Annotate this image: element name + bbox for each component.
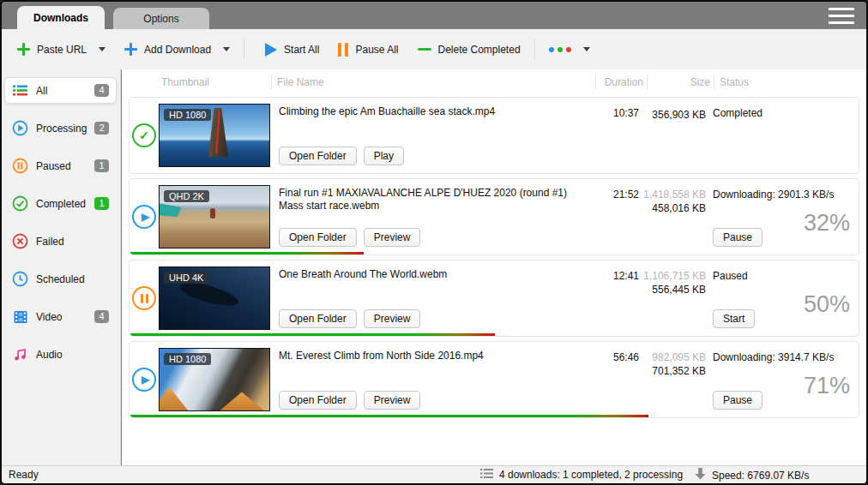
- download-arrow-icon: [695, 468, 706, 482]
- size-total: 1,418,558 KB: [639, 189, 706, 201]
- sidebar-item-video[interactable]: Video 4: [4, 303, 117, 330]
- sidebar-item-scheduled[interactable]: Scheduled: [4, 266, 117, 292]
- open-folder-button[interactable]: Open Folder: [279, 391, 357, 410]
- duration: 10:37: [588, 98, 639, 173]
- toolbar-separator: [244, 39, 244, 60]
- clock-icon: [12, 271, 28, 287]
- quality-badge: QHD 2K: [164, 190, 209, 202]
- start-all-label: Start All: [284, 44, 319, 56]
- open-folder-button[interactable]: Open Folder: [279, 147, 357, 165]
- tab-options[interactable]: Options: [113, 8, 209, 29]
- pause-button[interactable]: Pause: [713, 391, 763, 410]
- pause-all-button[interactable]: Pause All: [335, 38, 401, 62]
- preview-button[interactable]: Preview: [364, 309, 421, 328]
- count-badge: 4: [94, 310, 109, 323]
- toolbar-separator: [534, 39, 535, 60]
- tab-bar: Downloads Options: [17, 6, 209, 29]
- chevron-down-icon[interactable]: [223, 47, 230, 51]
- size-total: 1,106,715 KB: [639, 270, 706, 282]
- sidebar-item-label: Failed: [36, 236, 64, 248]
- size-downloaded: 701,352 KB: [639, 365, 706, 377]
- downloads-summary-icon: [480, 468, 493, 482]
- duration: 56:46: [588, 342, 639, 417]
- progress-bar: [130, 252, 364, 254]
- status-text: Downloading: 2901.3 KB/s: [713, 189, 834, 201]
- sidebar-item-label: Scheduled: [36, 273, 85, 285]
- sidebar-item-audio[interactable]: Audio: [4, 341, 117, 368]
- sidebar-item-label: Video: [36, 311, 62, 323]
- hamburger-menu-icon[interactable]: [829, 8, 854, 24]
- progress-percent: 71%: [804, 373, 850, 399]
- green-dash-icon: [418, 48, 431, 51]
- file-name: Mt. Everest Climb from North Side 2016.m…: [279, 350, 584, 362]
- sidebar-item-processing[interactable]: Processing 2: [4, 115, 117, 141]
- chevron-down-icon[interactable]: [583, 47, 590, 51]
- film-icon: [12, 308, 28, 325]
- open-folder-button[interactable]: Open Folder: [279, 309, 357, 328]
- list-icon: [12, 82, 28, 99]
- status-text: Paused: [713, 270, 748, 282]
- pause-all-label: Pause All: [355, 44, 398, 56]
- video-thumbnail[interactable]: QHD 2K: [159, 185, 270, 248]
- check-circle-icon: [12, 195, 28, 212]
- chevron-down-icon[interactable]: [99, 47, 105, 51]
- paste-url-button[interactable]: Paste URL: [14, 38, 109, 61]
- sidebar-item-failed[interactable]: Failed: [4, 228, 117, 254]
- size-total: 982,095 KB: [639, 351, 706, 363]
- play-button[interactable]: Play: [364, 147, 404, 165]
- sidebar-item-label: Completed: [36, 198, 86, 210]
- table-header: Thumbnail File Name Duration Size Status: [122, 69, 866, 95]
- video-thumbnail[interactable]: UHD 4K: [159, 266, 270, 330]
- size-value: 356,903 KB: [639, 109, 706, 121]
- count-badge: 1: [94, 197, 109, 210]
- count-badge: 1: [94, 159, 109, 172]
- preview-button[interactable]: Preview: [364, 228, 421, 247]
- count-badge: 4: [94, 84, 109, 97]
- preview-button[interactable]: Preview: [364, 391, 421, 410]
- quality-badge: UHD 4K: [164, 272, 208, 284]
- header-thumbnail: Thumbnail: [158, 75, 271, 90]
- pause-button[interactable]: Pause: [713, 228, 763, 247]
- start-button[interactable]: Start: [713, 309, 755, 328]
- tab-downloads[interactable]: Downloads: [17, 6, 105, 29]
- add-download-button[interactable]: Add Download: [121, 38, 233, 61]
- downloads-summary: 4 downloads: 1 completed, 2 processing: [499, 469, 683, 481]
- video-thumbnail[interactable]: HD 1080: [159, 104, 270, 167]
- header-size: Size: [647, 75, 714, 90]
- file-name: One Breath Around The World.webm: [279, 268, 584, 281]
- file-name: Final run #1 MAXIAVALANCHE ALPE D'HUEZ 2…: [279, 187, 584, 213]
- count-badge: 2: [94, 122, 109, 135]
- file-name: Climbing the epic Am Buachaille sea stac…: [279, 105, 584, 118]
- video-thumbnail[interactable]: HD 1080: [159, 348, 270, 411]
- plus-blue-icon: [124, 43, 137, 56]
- check-circle-icon: ✓: [132, 123, 156, 147]
- download-list: Thumbnail File Name Duration Size Status…: [122, 69, 866, 465]
- quality-badge: HD 1080: [164, 353, 211, 365]
- download-row[interactable]: UHD 4K One Breath Around The World.webm …: [129, 260, 859, 337]
- progress-bar: [130, 415, 648, 417]
- progress-percent: 32%: [804, 210, 850, 237]
- delete-completed-button[interactable]: Delete Completed: [414, 39, 524, 61]
- progress-bar: [130, 333, 495, 336]
- app-window: Downloads Options Paste URL Add Download…: [0, 0, 868, 485]
- download-row[interactable]: ▶ QHD 2K Final run #1 MAXIAVALANCHE ALPE…: [129, 178, 859, 255]
- play-circle-icon: [12, 120, 28, 136]
- play-circle-icon: ▶: [132, 368, 156, 392]
- sidebar: All 4 Processing 2 Paused 1: [2, 69, 121, 465]
- pause-circle-icon: [12, 158, 28, 174]
- plus-green-icon: [17, 43, 30, 56]
- duration: 21:52: [588, 179, 639, 254]
- sidebar-item-label: Processing: [36, 123, 87, 135]
- download-row[interactable]: ✓ HD 1080 Climbing the epic Am Buachaill…: [129, 97, 859, 174]
- play-circle-icon: ▶: [132, 205, 156, 229]
- sidebar-item-completed[interactable]: Completed 1: [4, 190, 117, 217]
- sidebar-item-all[interactable]: All 4: [4, 77, 117, 104]
- status-text: Completed: [713, 107, 763, 119]
- speed-text: Speed: 6769.07 KB/s: [712, 470, 809, 482]
- download-row[interactable]: ▶ HD 1080 Mt. Everest Climb from North S…: [129, 341, 859, 418]
- start-all-button[interactable]: Start All: [262, 38, 322, 62]
- sidebar-item-paused[interactable]: Paused 1: [4, 153, 117, 179]
- add-download-label: Add Download: [144, 44, 211, 56]
- more-actions-button[interactable]: [546, 42, 594, 57]
- open-folder-button[interactable]: Open Folder: [279, 228, 357, 247]
